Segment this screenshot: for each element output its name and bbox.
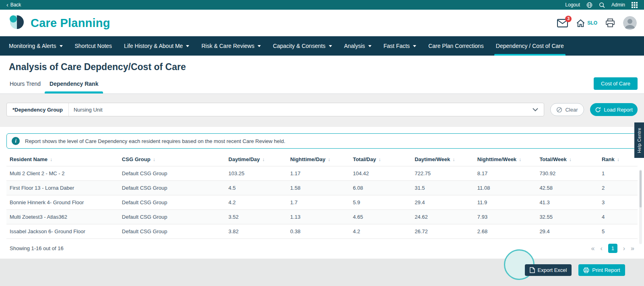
nav-item[interactable]: Analysis: [344, 36, 372, 56]
tab[interactable]: Hours Trend: [10, 74, 41, 93]
table-cell: 4: [599, 210, 638, 224]
clear-button[interactable]: Clear: [550, 103, 584, 116]
language-globe-icon[interactable]: [586, 2, 592, 8]
table-row: Multi 2 Client 2 - MC - 2Default CSG Gro…: [6, 166, 638, 181]
load-report-button[interactable]: Load Report: [590, 103, 638, 116]
chevron-down-icon: [413, 45, 416, 47]
column-header[interactable]: Daytime/Day↓: [225, 153, 287, 166]
sort-icon[interactable]: ↓: [519, 157, 521, 162]
sort-icon[interactable]: ↓: [50, 157, 52, 162]
help-centre-tab[interactable]: Help Centre: [634, 122, 644, 158]
nav-item-label: Care Plan Corrections: [428, 43, 484, 49]
nav-item-label: Dependency / Cost of Care: [496, 43, 564, 49]
previous-page-icon[interactable]: ‹: [600, 245, 602, 252]
table-cell: 6.08: [350, 181, 412, 195]
sort-icon[interactable]: ↓: [452, 157, 455, 162]
column-header[interactable]: Nighttime/Week↓: [474, 153, 537, 166]
export-excel-button[interactable]: Export Excel: [525, 264, 572, 276]
sort-icon[interactable]: ↓: [328, 157, 330, 162]
messages-badge: 3: [565, 16, 572, 22]
excel-file-icon: [530, 267, 535, 273]
report-panel: i Report shows the level of Care Depende…: [0, 127, 644, 259]
table-cell: 103.25: [225, 166, 287, 181]
main-nav: Monitoring & AlertsShortcut NotesLife Hi…: [0, 36, 644, 56]
column-header[interactable]: Nighttime/Day↓: [287, 153, 350, 166]
home-button[interactable]: SLO: [576, 19, 597, 27]
clear-button-label: Clear: [565, 107, 578, 113]
sort-icon[interactable]: ↓: [617, 157, 619, 162]
table-cell: 1.58: [287, 181, 350, 195]
user-avatar[interactable]: [623, 16, 637, 30]
table-cell: 42.58: [536, 181, 599, 195]
nav-item[interactable]: Care Plan Corrections: [428, 36, 484, 56]
sort-icon[interactable]: ↓: [569, 157, 572, 162]
nav-item-label: Shortcut Notes: [75, 43, 112, 49]
sort-icon[interactable]: ↓: [153, 157, 155, 162]
chevron-down-icon: [60, 45, 63, 47]
table-cell: 1: [599, 166, 638, 181]
nav-item[interactable]: Shortcut Notes: [75, 36, 112, 56]
nav-item[interactable]: Dependency / Cost of Care: [496, 36, 564, 56]
first-page-icon[interactable]: «: [591, 245, 595, 252]
column-header[interactable]: Resident Name↓: [6, 153, 119, 166]
table-cell: 1.7: [287, 195, 350, 210]
table-scrollbar[interactable]: [639, 170, 642, 244]
column-header[interactable]: CSG Group↓: [119, 153, 225, 166]
table-cell: 26.72: [411, 224, 474, 239]
tabs-row: Hours TrendDependency Rank Cost of Care: [0, 74, 644, 94]
back-button[interactable]: ‹ Back: [6, 2, 21, 8]
table-cell: 29.4: [536, 224, 599, 239]
sort-icon[interactable]: ↓: [378, 157, 381, 162]
table-cell: 730.92: [536, 166, 599, 181]
app-logo: [7, 14, 26, 32]
nav-item[interactable]: Fast Facts: [384, 36, 416, 56]
print-icon[interactable]: [605, 19, 615, 27]
table-row: First Floor 13 - Lorna DaberDefault CSG …: [6, 181, 638, 195]
admin-user-label[interactable]: Admin: [611, 2, 625, 8]
refresh-icon: [595, 107, 601, 113]
column-header[interactable]: Total/Day↓: [350, 153, 412, 166]
table-cell: Default CSG Group: [119, 195, 225, 210]
last-page-icon[interactable]: »: [631, 245, 634, 252]
table-cell: Default CSG Group: [119, 210, 225, 224]
table-cell: 4.5: [225, 181, 287, 195]
tab[interactable]: Dependency Rank: [50, 74, 98, 93]
sort-icon[interactable]: ↓: [262, 157, 265, 162]
table-cell: 7.93: [474, 210, 537, 224]
cost-of-care-button[interactable]: Cost of Care: [594, 77, 638, 90]
tab-label: Dependency Rank: [50, 81, 98, 87]
column-header-label: Nighttime/Week: [477, 156, 516, 162]
top-utility-bar: ‹ Back Logout Admin: [0, 0, 644, 10]
print-report-button[interactable]: Print Report: [578, 264, 625, 276]
back-chevron-icon: ‹: [6, 2, 8, 8]
nav-item[interactable]: Risk & Care Reviews: [201, 36, 260, 56]
tab-label: Hours Trend: [10, 81, 41, 87]
info-banner-text: Report shows the level of Care Dependenc…: [25, 138, 285, 144]
resident-name-cell: Multi Zoetest3 - Atlas362: [6, 210, 119, 224]
dependency-group-select[interactable]: *Dependency Group Nursing Unit: [6, 103, 544, 116]
nav-item[interactable]: Capacity & Consents: [273, 36, 332, 56]
table-cell: 2: [599, 181, 638, 195]
search-icon[interactable]: [599, 2, 605, 8]
export-excel-label: Export Excel: [538, 267, 567, 273]
resident-name-cell: Issabel Jackson 6- Ground Floor: [6, 224, 119, 239]
table-cell: 31.5: [411, 181, 474, 195]
nav-item[interactable]: Life History & About Me: [124, 36, 189, 56]
column-header[interactable]: Daytime/Week↓: [411, 153, 474, 166]
site-code-label: SLO: [587, 20, 597, 26]
table-cell: 4.2: [225, 195, 287, 210]
messages-button[interactable]: 3: [557, 19, 568, 27]
logout-link[interactable]: Logout: [565, 2, 580, 8]
title-section: Analysis of Care Depdency/Cost of Care: [0, 56, 644, 74]
apps-grid-icon[interactable]: [632, 2, 638, 8]
column-header-label: Total/Week: [539, 156, 566, 162]
column-header[interactable]: Total/Week↓: [536, 153, 599, 166]
current-page-button[interactable]: 1: [608, 244, 617, 253]
nav-item[interactable]: Monitoring & Alerts: [9, 36, 63, 56]
column-header[interactable]: Rank↓: [599, 153, 638, 166]
chevron-down-icon: [258, 45, 261, 47]
scrollbar-thumb[interactable]: [640, 170, 642, 207]
table-cell: 24.62: [411, 210, 474, 224]
table-cell: Default CSG Group: [119, 166, 225, 181]
next-page-icon[interactable]: ›: [623, 245, 625, 252]
